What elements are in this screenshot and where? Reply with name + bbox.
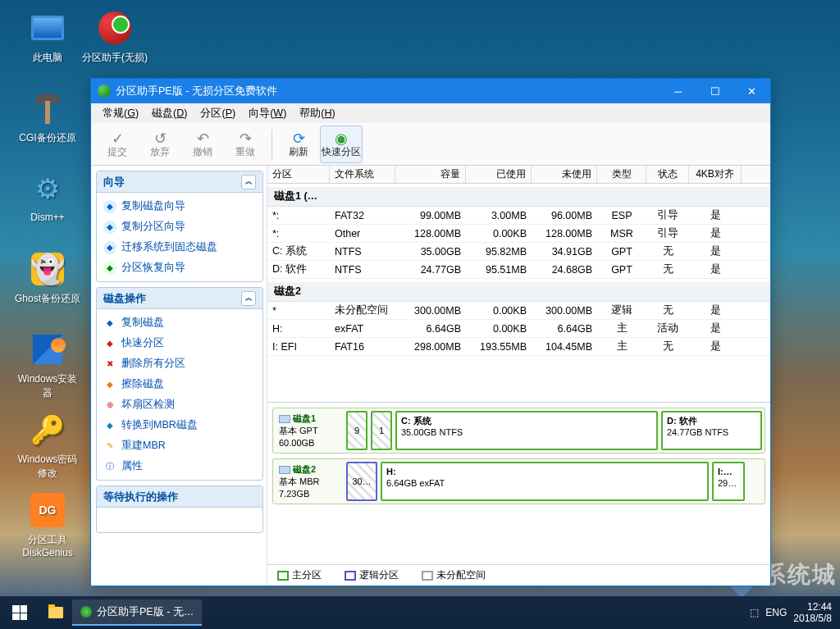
- app-window: 分区助手PE版 - 无损分区免费软件 ─ ☐ ✕ 常规(G) 磁盘(D) 分区(…: [90, 78, 771, 586]
- titlebar[interactable]: 分区助手PE版 - 无损分区免费软件 ─ ☐ ✕: [91, 79, 770, 103]
- panel-pending-header[interactable]: 等待执行的操作: [97, 486, 262, 508]
- table-group[interactable]: 磁盘2: [267, 282, 770, 302]
- recover-icon: ◆: [103, 262, 116, 275]
- wipe-icon: ◆: [103, 378, 116, 391]
- delete-icon: ✖: [103, 358, 116, 371]
- col-partition[interactable]: 分区: [267, 166, 330, 183]
- col-state[interactable]: 状态: [646, 166, 689, 183]
- table-row[interactable]: *:Other128.00MB0.00KB128.00MBMSR引导是: [267, 225, 770, 243]
- desktop-icon-win-installer[interactable]: Windows安装器: [15, 330, 80, 403]
- tb-undo: ↶撤销: [181, 125, 224, 163]
- legend-primary-box: [277, 571, 289, 581]
- menu-help[interactable]: 帮助(H): [293, 103, 341, 123]
- undo-icon: ↶: [197, 130, 209, 146]
- disk1-part-tiny1[interactable]: 9: [346, 411, 368, 450]
- maximize-button[interactable]: ☐: [696, 79, 733, 103]
- table-group[interactable]: 磁盘1 (…: [267, 187, 770, 207]
- tb-commit: ✓提交: [96, 125, 139, 163]
- disk-map: 磁盘1基本 GPT60.00GB 9 1 C: 系统35.00GB NTFS D…: [267, 402, 770, 509]
- disk-icon: ◆: [103, 200, 116, 213]
- table-row[interactable]: I: EFIFAT16298.00MB193.55MB104.45MB主无是: [267, 338, 770, 356]
- wizard-copy-partition[interactable]: ◆复制分区向导: [98, 217, 261, 237]
- taskbar-app[interactable]: 分区助手PE版 - 无…: [72, 599, 202, 626]
- tray-clock[interactable]: 12:442018/5/8: [793, 601, 832, 625]
- chevron-up-icon[interactable]: ︽: [241, 291, 256, 306]
- tray-ime[interactable]: ENG: [765, 607, 787, 618]
- ssd-icon: ◆: [103, 241, 116, 254]
- legend: 主分区 逻辑分区 未分配空间: [267, 564, 770, 586]
- wizard-recover[interactable]: ◆分区恢复向导: [98, 258, 261, 278]
- menu-wizard[interactable]: 向导(W): [242, 103, 293, 123]
- disk2-row[interactable]: 磁盘2基本 MBR7.23GB 30… H:6.64GB exFAT I:…29…: [272, 458, 765, 504]
- disk1-part-tiny2[interactable]: 1: [371, 411, 392, 450]
- disk1-part-d[interactable]: D: 软件24.77GB NTFS: [661, 411, 762, 450]
- check-icon: ✓: [112, 130, 124, 146]
- disk2-part-i[interactable]: I:…29…: [712, 462, 745, 501]
- desktop-icon-dism[interactable]: ⚙Dism++: [15, 169, 80, 243]
- op-delete-all[interactable]: ✖删除所有分区: [98, 353, 261, 374]
- desktop-icon-this-pc[interactable]: 此电脑: [15, 8, 80, 82]
- panel-wizard-header[interactable]: 向导︽: [97, 171, 262, 193]
- col-capacity[interactable]: 容量: [395, 166, 466, 183]
- col-free[interactable]: 未使用: [532, 166, 597, 183]
- taskbar-file-explorer[interactable]: [43, 599, 69, 626]
- op-properties[interactable]: ⓘ属性: [98, 456, 261, 476]
- quick-partition-icon: ◉: [335, 130, 348, 146]
- desktop-icon-password[interactable]: 🔑Windows密码修改: [15, 410, 80, 484]
- panel-disk-ops: 磁盘操作︽ ◆复制磁盘 ◆快速分区 ✖删除所有分区 ◆擦除磁盘 ⊕坏扇区检测 ◆…: [96, 287, 263, 481]
- toolbar-separator: [272, 130, 272, 159]
- op-copy-disk[interactable]: ◆复制磁盘: [98, 312, 261, 333]
- table-row[interactable]: D: 软件NTFS24.77GB95.51MB24.68GBGPT无是: [267, 261, 770, 279]
- wizard-migrate-ssd[interactable]: ◆迁移系统到固态磁盘: [98, 237, 261, 258]
- col-align[interactable]: 4KB对齐: [689, 166, 742, 183]
- table-row[interactable]: *:FAT3299.00MB3.00MB96.00MBESP引导是: [267, 207, 770, 225]
- panel-disk-ops-header[interactable]: 磁盘操作︽: [97, 288, 262, 309]
- desktop-icon-partition-assistant[interactable]: 分区助手(无损): [82, 8, 148, 82]
- minimize-button[interactable]: ─: [660, 79, 696, 103]
- panel-pending: 等待执行的操作: [96, 485, 263, 533]
- discard-icon: ↺: [154, 130, 167, 146]
- close-button[interactable]: ✕: [733, 79, 770, 103]
- desktop-icon-ghost[interactable]: 👻Ghost备份还原: [15, 249, 80, 323]
- menu-partition[interactable]: 分区(P): [194, 103, 242, 123]
- toolbar: ✓提交 ↺放弃 ↶撤销 ↷重做 ⟳刷新 ◉快速分区: [91, 123, 770, 166]
- copy-icon: ◆: [103, 317, 116, 330]
- op-convert-mbr[interactable]: ◆转换到MBR磁盘: [98, 415, 261, 435]
- partition-icon: ◆: [103, 221, 116, 234]
- tb-quick-partition[interactable]: ◉快速分区: [320, 125, 363, 163]
- info-icon: ⓘ: [103, 460, 116, 473]
- legend-logical-box: [345, 571, 356, 581]
- menubar: 常规(G) 磁盘(D) 分区(P) 向导(W) 帮助(H): [91, 103, 770, 123]
- op-quick-partition[interactable]: ◆快速分区: [98, 333, 261, 353]
- table-row[interactable]: *未分配空间300.00MB0.00KB300.00MB逻辑无是: [267, 302, 770, 320]
- menu-disk[interactable]: 磁盘(D): [145, 103, 194, 123]
- table-header: 分区 文件系统 容量 已使用 未使用 类型 状态 4KB对齐: [267, 166, 770, 184]
- col-type[interactable]: 类型: [597, 166, 646, 183]
- col-used[interactable]: 已使用: [466, 166, 532, 183]
- disk2-info: 磁盘2基本 MBR7.23GB: [276, 462, 343, 501]
- chevron-up-icon[interactable]: ︽: [241, 175, 256, 189]
- system-tray: ⬚ ENG 12:442018/5/8: [742, 601, 840, 625]
- disk1-info: 磁盘1基本 GPT60.00GB: [276, 411, 343, 450]
- table-row[interactable]: H:exFAT6.64GB0.00KB6.64GB主活动是: [267, 320, 770, 338]
- op-wipe-disk[interactable]: ◆擦除磁盘: [98, 374, 261, 394]
- op-rebuild-mbr[interactable]: ✎重建MBR: [98, 435, 261, 456]
- legend-unalloc-box: [422, 571, 433, 581]
- col-filesystem[interactable]: 文件系统: [330, 166, 395, 183]
- disk-icon: [279, 466, 290, 474]
- table-row[interactable]: C: 系统NTFS35.00GB95.82MB34.91GBGPT无是: [267, 243, 770, 261]
- disk-icon: [279, 415, 290, 423]
- start-button[interactable]: [0, 596, 39, 629]
- disk2-part-unalloc[interactable]: 30…: [346, 462, 377, 501]
- redo-icon: ↷: [240, 130, 252, 146]
- wizard-copy-disk[interactable]: ◆复制磁盘向导: [98, 196, 261, 217]
- disk1-row[interactable]: 磁盘1基本 GPT60.00GB 9 1 C: 系统35.00GB NTFS D…: [272, 408, 765, 454]
- op-bad-sector[interactable]: ⊕坏扇区检测: [98, 394, 261, 415]
- desktop-icon-diskgenius[interactable]: DG分区工具DiskGenius: [15, 490, 80, 564]
- disk2-part-h[interactable]: H:6.64GB exFAT: [381, 462, 709, 501]
- desktop-icon-cgi-backup[interactable]: CGI备份还原: [15, 89, 80, 162]
- tb-refresh[interactable]: ⟳刷新: [277, 125, 320, 163]
- tray-network-icon[interactable]: ⬚: [750, 607, 759, 618]
- menu-general[interactable]: 常规(G): [96, 103, 145, 123]
- disk1-part-c[interactable]: C: 系统35.00GB NTFS: [395, 411, 658, 450]
